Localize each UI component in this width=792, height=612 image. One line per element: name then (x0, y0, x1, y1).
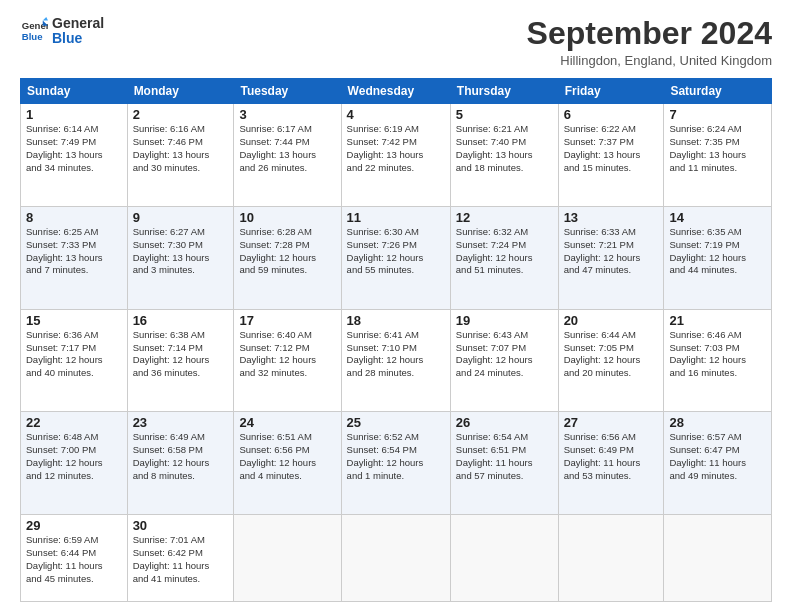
day-info: Sunrise: 6:24 AM Sunset: 7:35 PM Dayligh… (669, 123, 766, 174)
day-number: 4 (347, 107, 445, 122)
table-row: 19Sunrise: 6:43 AM Sunset: 7:07 PM Dayli… (450, 309, 558, 412)
header-tuesday: Tuesday (234, 79, 341, 104)
title-area: September 2024 Hillingdon, England, Unit… (527, 16, 772, 68)
table-row (341, 515, 450, 602)
day-number: 3 (239, 107, 335, 122)
table-row: 17Sunrise: 6:40 AM Sunset: 7:12 PM Dayli… (234, 309, 341, 412)
day-info: Sunrise: 6:25 AM Sunset: 7:33 PM Dayligh… (26, 226, 122, 277)
day-info: Sunrise: 6:30 AM Sunset: 7:26 PM Dayligh… (347, 226, 445, 277)
table-row: 13Sunrise: 6:33 AM Sunset: 7:21 PM Dayli… (558, 206, 664, 309)
day-info: Sunrise: 6:27 AM Sunset: 7:30 PM Dayligh… (133, 226, 229, 277)
day-number: 13 (564, 210, 659, 225)
header-sunday: Sunday (21, 79, 128, 104)
day-number: 18 (347, 313, 445, 328)
day-info: Sunrise: 6:44 AM Sunset: 7:05 PM Dayligh… (564, 329, 659, 380)
table-row: 7Sunrise: 6:24 AM Sunset: 7:35 PM Daylig… (664, 104, 772, 207)
table-row: 11Sunrise: 6:30 AM Sunset: 7:26 PM Dayli… (341, 206, 450, 309)
day-info: Sunrise: 6:57 AM Sunset: 6:47 PM Dayligh… (669, 431, 766, 482)
day-info: Sunrise: 6:41 AM Sunset: 7:10 PM Dayligh… (347, 329, 445, 380)
table-row: 14Sunrise: 6:35 AM Sunset: 7:19 PM Dayli… (664, 206, 772, 309)
logo-text-general: General (52, 16, 104, 31)
header-monday: Monday (127, 79, 234, 104)
location: Hillingdon, England, United Kingdom (527, 53, 772, 68)
day-info: Sunrise: 6:16 AM Sunset: 7:46 PM Dayligh… (133, 123, 229, 174)
month-title: September 2024 (527, 16, 772, 51)
svg-text:Blue: Blue (22, 31, 43, 42)
day-number: 29 (26, 518, 122, 533)
header-thursday: Thursday (450, 79, 558, 104)
day-number: 15 (26, 313, 122, 328)
day-info: Sunrise: 6:22 AM Sunset: 7:37 PM Dayligh… (564, 123, 659, 174)
day-number: 16 (133, 313, 229, 328)
table-row: 5Sunrise: 6:21 AM Sunset: 7:40 PM Daylig… (450, 104, 558, 207)
table-row: 27Sunrise: 6:56 AM Sunset: 6:49 PM Dayli… (558, 412, 664, 515)
day-info: Sunrise: 7:01 AM Sunset: 6:42 PM Dayligh… (133, 534, 229, 585)
day-info: Sunrise: 6:36 AM Sunset: 7:17 PM Dayligh… (26, 329, 122, 380)
table-row (664, 515, 772, 602)
day-info: Sunrise: 6:33 AM Sunset: 7:21 PM Dayligh… (564, 226, 659, 277)
header-friday: Friday (558, 79, 664, 104)
table-row: 25Sunrise: 6:52 AM Sunset: 6:54 PM Dayli… (341, 412, 450, 515)
day-info: Sunrise: 6:28 AM Sunset: 7:28 PM Dayligh… (239, 226, 335, 277)
table-row: 3Sunrise: 6:17 AM Sunset: 7:44 PM Daylig… (234, 104, 341, 207)
table-row: 15Sunrise: 6:36 AM Sunset: 7:17 PM Dayli… (21, 309, 128, 412)
day-number: 20 (564, 313, 659, 328)
table-row: 21Sunrise: 6:46 AM Sunset: 7:03 PM Dayli… (664, 309, 772, 412)
table-row (558, 515, 664, 602)
day-number: 1 (26, 107, 122, 122)
day-number: 2 (133, 107, 229, 122)
day-info: Sunrise: 6:46 AM Sunset: 7:03 PM Dayligh… (669, 329, 766, 380)
table-row: 20Sunrise: 6:44 AM Sunset: 7:05 PM Dayli… (558, 309, 664, 412)
table-row (234, 515, 341, 602)
table-row: 26Sunrise: 6:54 AM Sunset: 6:51 PM Dayli… (450, 412, 558, 515)
day-number: 14 (669, 210, 766, 225)
table-row: 10Sunrise: 6:28 AM Sunset: 7:28 PM Dayli… (234, 206, 341, 309)
logo: General Blue General Blue (20, 16, 104, 47)
header-saturday: Saturday (664, 79, 772, 104)
day-number: 24 (239, 415, 335, 430)
day-number: 21 (669, 313, 766, 328)
day-info: Sunrise: 6:49 AM Sunset: 6:58 PM Dayligh… (133, 431, 229, 482)
day-number: 11 (347, 210, 445, 225)
table-row: 8Sunrise: 6:25 AM Sunset: 7:33 PM Daylig… (21, 206, 128, 309)
table-row: 29Sunrise: 6:59 AM Sunset: 6:44 PM Dayli… (21, 515, 128, 602)
table-row: 24Sunrise: 6:51 AM Sunset: 6:56 PM Dayli… (234, 412, 341, 515)
day-number: 30 (133, 518, 229, 533)
table-row: 4Sunrise: 6:19 AM Sunset: 7:42 PM Daylig… (341, 104, 450, 207)
day-info: Sunrise: 6:38 AM Sunset: 7:14 PM Dayligh… (133, 329, 229, 380)
day-info: Sunrise: 6:21 AM Sunset: 7:40 PM Dayligh… (456, 123, 553, 174)
calendar-table: Sunday Monday Tuesday Wednesday Thursday… (20, 78, 772, 602)
day-number: 23 (133, 415, 229, 430)
day-info: Sunrise: 6:48 AM Sunset: 7:00 PM Dayligh… (26, 431, 122, 482)
table-row: 6Sunrise: 6:22 AM Sunset: 7:37 PM Daylig… (558, 104, 664, 207)
day-info: Sunrise: 6:43 AM Sunset: 7:07 PM Dayligh… (456, 329, 553, 380)
day-number: 19 (456, 313, 553, 328)
day-info: Sunrise: 6:59 AM Sunset: 6:44 PM Dayligh… (26, 534, 122, 585)
day-info: Sunrise: 6:19 AM Sunset: 7:42 PM Dayligh… (347, 123, 445, 174)
table-row: 30Sunrise: 7:01 AM Sunset: 6:42 PM Dayli… (127, 515, 234, 602)
day-info: Sunrise: 6:54 AM Sunset: 6:51 PM Dayligh… (456, 431, 553, 482)
day-info: Sunrise: 6:14 AM Sunset: 7:49 PM Dayligh… (26, 123, 122, 174)
day-info: Sunrise: 6:40 AM Sunset: 7:12 PM Dayligh… (239, 329, 335, 380)
day-number: 7 (669, 107, 766, 122)
logo-icon: General Blue (20, 17, 48, 45)
day-info: Sunrise: 6:35 AM Sunset: 7:19 PM Dayligh… (669, 226, 766, 277)
table-row: 12Sunrise: 6:32 AM Sunset: 7:24 PM Dayli… (450, 206, 558, 309)
header-wednesday: Wednesday (341, 79, 450, 104)
calendar-header-row: Sunday Monday Tuesday Wednesday Thursday… (21, 79, 772, 104)
day-info: Sunrise: 6:51 AM Sunset: 6:56 PM Dayligh… (239, 431, 335, 482)
day-number: 9 (133, 210, 229, 225)
table-row: 2Sunrise: 6:16 AM Sunset: 7:46 PM Daylig… (127, 104, 234, 207)
table-row: 18Sunrise: 6:41 AM Sunset: 7:10 PM Dayli… (341, 309, 450, 412)
day-number: 5 (456, 107, 553, 122)
table-row: 23Sunrise: 6:49 AM Sunset: 6:58 PM Dayli… (127, 412, 234, 515)
table-row: 9Sunrise: 6:27 AM Sunset: 7:30 PM Daylig… (127, 206, 234, 309)
day-number: 27 (564, 415, 659, 430)
day-number: 8 (26, 210, 122, 225)
day-info: Sunrise: 6:52 AM Sunset: 6:54 PM Dayligh… (347, 431, 445, 482)
table-row: 16Sunrise: 6:38 AM Sunset: 7:14 PM Dayli… (127, 309, 234, 412)
day-number: 12 (456, 210, 553, 225)
day-info: Sunrise: 6:17 AM Sunset: 7:44 PM Dayligh… (239, 123, 335, 174)
day-number: 26 (456, 415, 553, 430)
day-number: 6 (564, 107, 659, 122)
